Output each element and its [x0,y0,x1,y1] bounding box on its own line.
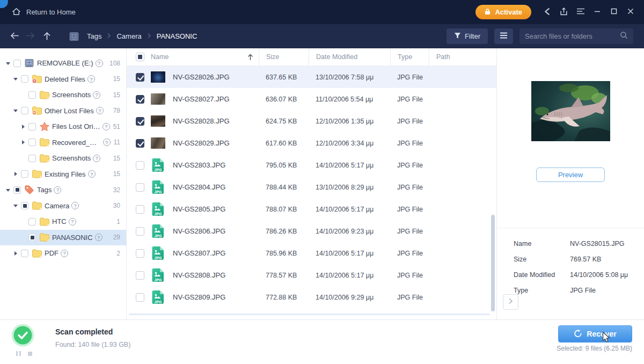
tree-checkbox[interactable] [28,139,36,146]
file-row[interactable]: NV-GS28028.JPG 624.75 KB 12/10/2006 1:35… [127,110,496,132]
header-date-modified[interactable]: Date Modified [309,48,390,65]
expander-icon[interactable] [12,75,19,83]
tree-item[interactable]: PDF 2 [0,245,126,261]
tree-item[interactable]: Recovered_Files 11 [0,135,126,151]
tree-checkbox[interactable] [28,234,36,241]
tree-checkbox[interactable] [13,186,21,194]
breadcrumb-panasonic[interactable]: PANASONIC [157,32,197,40]
expander-icon[interactable] [4,186,12,194]
tree-checkbox[interactable] [21,250,28,257]
tree-checkbox[interactable] [28,91,36,99]
row-checkbox[interactable] [136,73,144,82]
tree-checkbox[interactable] [28,218,36,225]
expander-icon[interactable] [12,170,19,178]
tree-item[interactable]: Other Lost Files 78 [0,103,126,119]
help-icon[interactable] [96,107,104,114]
return-home-button[interactable]: Return to Home [12,8,76,17]
collapse-panel-button[interactable] [503,294,518,310]
expander-icon[interactable] [12,202,19,209]
tree-item[interactable]: Screenshots 15 [0,87,126,103]
row-checkbox[interactable] [136,227,144,236]
expander-icon[interactable] [19,91,27,99]
expander-icon[interactable] [19,218,27,225]
row-checkbox[interactable] [136,183,144,192]
export-button[interactable] [555,5,572,20]
stop-icon[interactable] [28,352,32,356]
expander-icon[interactable] [19,234,27,241]
tree-checkbox[interactable] [21,202,28,209]
file-row[interactable]: JPG NV-GS2803.JPG 795.05 KB 14/10/2006 5… [127,154,496,176]
pause-icon[interactable] [16,351,21,356]
vertical-scrollbar[interactable] [491,215,495,311]
expander-icon[interactable] [12,250,19,257]
tree-item[interactable]: Deleted Files 15 [0,71,126,88]
file-row[interactable]: JPG NV-GS2804.JPG 788.44 KB 13/10/2006 8… [127,176,496,198]
row-checkbox[interactable] [136,205,144,214]
menu-button[interactable] [572,5,589,20]
help-icon[interactable] [103,123,110,130]
expander-icon[interactable] [19,155,27,162]
tree-item[interactable]: Files Lost Original N... 51 [0,119,126,135]
tree-checkbox[interactable] [21,107,28,114]
tree-checkbox[interactable] [13,60,21,67]
row-checkbox[interactable] [136,117,144,126]
tree-item[interactable]: Camera 30 [0,198,126,214]
back-button[interactable] [6,28,23,45]
share-button[interactable] [539,5,555,20]
expander-icon[interactable] [4,60,12,67]
help-icon[interactable] [88,170,96,178]
tree-checkbox[interactable] [28,123,36,130]
tree-item[interactable]: Existing Files 15 [0,166,126,183]
sort-ascending-icon[interactable] [247,54,253,61]
row-checkbox[interactable] [136,95,144,104]
tree-item[interactable]: REMOVABLE (E:) 108 [0,55,126,71]
header-path[interactable]: Path [429,48,496,65]
file-row[interactable]: JPG NV-GS2809.JPG 772.88 KB 14/10/2006 9… [127,286,496,308]
activate-button[interactable]: Activate [475,5,531,19]
expander-icon[interactable] [12,107,19,114]
row-checkbox[interactable] [136,249,144,258]
row-checkbox[interactable] [136,139,144,148]
help-icon[interactable] [69,218,76,225]
tree-item[interactable]: Tags 32 [0,182,126,198]
horizontal-scrollbar[interactable] [129,314,490,315]
expander-icon[interactable] [19,123,27,130]
breadcrumb-camera[interactable]: Camera [116,32,141,40]
minimize-button[interactable] [589,5,605,20]
tree-item[interactable]: HTC 1 [0,214,126,230]
help-icon[interactable] [61,250,68,257]
help-icon[interactable] [103,139,111,146]
forward-button[interactable] [23,28,39,45]
row-checkbox[interactable] [136,293,144,302]
breadcrumb-tags[interactable]: Tags [87,32,101,40]
filter-button[interactable]: Filter [447,28,488,44]
search-icon[interactable] [620,31,628,41]
file-row[interactable]: JPG NV-GS2805.JPG 788.07 KB 14/10/2006 5… [127,198,496,220]
maximize-button[interactable] [605,5,622,20]
header-size[interactable]: Size [259,48,309,65]
select-all-checkbox[interactable] [136,53,144,61]
file-row[interactable]: JPG NV-GS2808.JPG 778.57 KB 14/10/2006 5… [127,264,496,286]
tree-item[interactable]: PANASONIC 29 [0,230,126,246]
preview-button[interactable]: Preview [536,168,605,182]
file-row[interactable]: JPG NV-GS2807.JPG 785.96 KB 14/10/2006 5… [127,242,496,264]
view-options-button[interactable] [494,28,513,44]
tree-checkbox[interactable] [21,170,28,178]
header-name[interactable]: Name [127,48,259,65]
up-button[interactable] [39,28,55,45]
search-input[interactable] [525,32,620,40]
help-icon[interactable] [95,234,103,241]
row-checkbox[interactable] [136,271,144,280]
help-icon[interactable] [96,60,103,67]
expander-icon[interactable] [19,139,27,146]
header-type[interactable]: Type [390,48,429,65]
file-row[interactable]: NV-GS28029.JPG 617.60 KB 12/10/2006 3:34… [127,132,496,154]
tree-checkbox[interactable] [28,155,36,162]
help-icon[interactable] [93,91,100,99]
file-row[interactable]: NV-GS28027.JPG 636.07 KB 11/10/2006 5:54… [127,88,496,110]
file-row[interactable]: JPG NV-GS2806.JPG 786.26 KB 14/10/2006 9… [127,220,496,242]
help-icon[interactable] [93,155,100,162]
close-button[interactable] [622,5,639,20]
help-icon[interactable] [54,186,61,194]
help-icon[interactable] [71,202,79,209]
